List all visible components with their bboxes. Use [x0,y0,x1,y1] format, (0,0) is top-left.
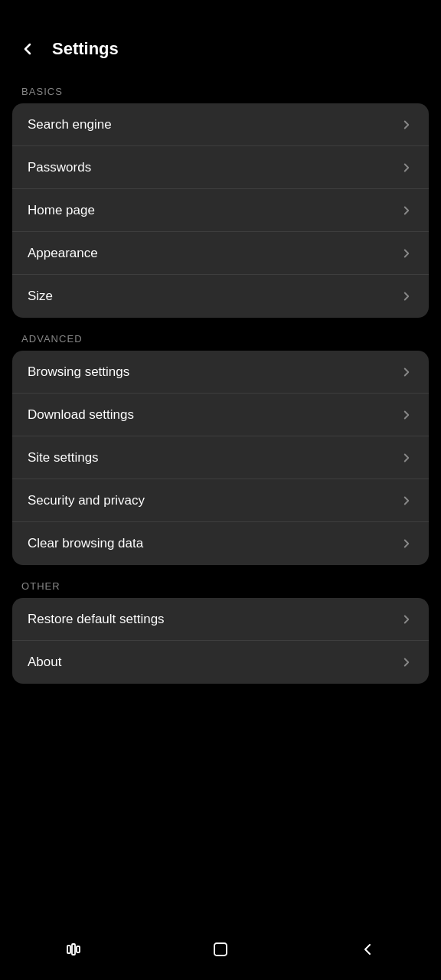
settings-item-download-settings[interactable]: Download settings [12,394,429,436]
section-other: OTHER Restore default settings About [0,571,441,684]
chevron-right-icon [400,204,413,217]
chevron-right-icon [400,537,413,550]
back-arrow-icon [18,40,37,58]
passwords-label: Passwords [28,160,91,175]
header: Settings [0,0,441,77]
about-label: About [28,655,61,670]
appearance-label: Appearance [28,246,98,261]
recent-apps-icon [64,940,83,959]
settings-item-appearance[interactable]: Appearance [12,232,429,275]
back-nav-button[interactable] [340,934,395,965]
chevron-right-icon [400,289,413,303]
section-label-other: OTHER [0,571,441,598]
chevron-right-icon [400,118,413,132]
settings-item-restore-default[interactable]: Restore default settings [12,598,429,641]
content-area: BASICS Search engine Passwords Home page [0,77,441,751]
back-nav-icon [358,940,377,959]
chevron-right-icon [400,408,413,422]
section-label-basics: BASICS [0,77,441,103]
svg-rect-0 [67,946,70,953]
svg-rect-3 [214,943,227,956]
settings-item-site-settings[interactable]: Site settings [12,436,429,479]
settings-item-home-page[interactable]: Home page [12,189,429,232]
size-label: Size [28,289,53,304]
chevron-right-icon [400,161,413,175]
clear-browsing-data-label: Clear browsing data [28,536,143,551]
search-engine-label: Search engine [28,117,112,132]
chevron-right-icon [400,655,413,669]
home-page-label: Home page [28,203,95,218]
chevron-right-icon [400,365,413,379]
chevron-right-icon [400,247,413,260]
settings-item-about[interactable]: About [12,641,429,684]
page-title: Settings [52,39,119,59]
settings-item-search-engine[interactable]: Search engine [12,103,429,146]
basics-group: Search engine Passwords Home page [12,103,429,318]
section-basics: BASICS Search engine Passwords Home page [0,77,441,318]
settings-item-passwords[interactable]: Passwords [12,146,429,189]
section-label-advanced: ADVANCED [0,324,441,351]
other-group: Restore default settings About [12,598,429,684]
home-icon [211,939,230,959]
settings-item-security-privacy[interactable]: Security and privacy [12,479,429,522]
back-button[interactable] [15,37,40,61]
recent-apps-button[interactable] [46,934,101,965]
svg-rect-1 [72,944,75,955]
svg-rect-2 [77,946,80,952]
site-settings-label: Site settings [28,450,99,466]
settings-item-clear-browsing-data[interactable]: Clear browsing data [12,522,429,565]
settings-item-size[interactable]: Size [12,275,429,318]
chevron-right-icon [400,612,413,626]
home-button[interactable] [192,933,249,965]
chevron-right-icon [400,494,413,508]
nav-bar [0,925,441,980]
download-settings-label: Download settings [28,407,134,423]
advanced-group: Browsing settings Download settings Site… [12,351,429,565]
restore-default-label: Restore default settings [28,612,165,627]
screen-container: Settings BASICS Search engine Passwords [0,0,441,751]
security-privacy-label: Security and privacy [28,493,145,508]
browsing-settings-label: Browsing settings [28,364,129,380]
chevron-right-icon [400,451,413,465]
section-advanced: ADVANCED Browsing settings Download sett… [0,324,441,565]
settings-item-browsing-settings[interactable]: Browsing settings [12,351,429,394]
